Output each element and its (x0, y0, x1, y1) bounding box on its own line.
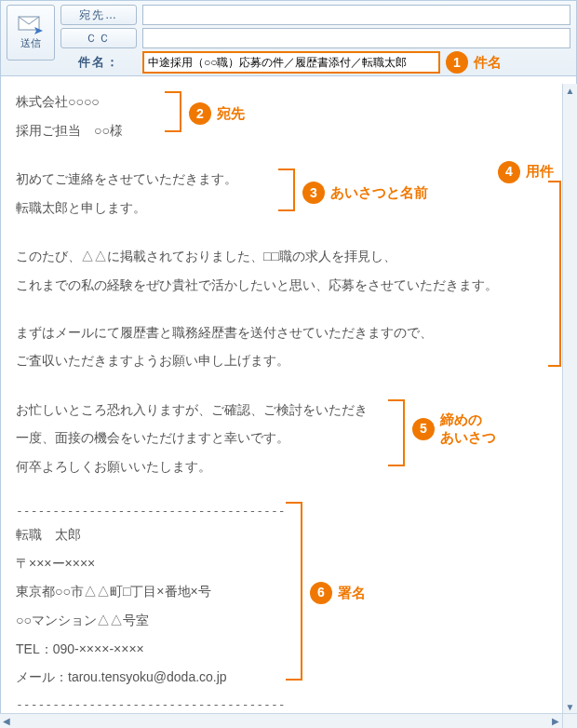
cc-button[interactable]: ＣＣ (60, 28, 137, 48)
purpose-line-1: このたび、△△に掲載されておりました、□□職の求人を拝見し、 (16, 244, 559, 269)
purpose-line-2: これまでの私の経験をぜひ貴社で活かしたいと思い、応募をさせていただきます。 (16, 273, 559, 298)
subject-input[interactable] (142, 51, 440, 74)
greeting-line-1: 初めてご連絡をさせていただきます。 (16, 167, 559, 192)
signature-name: 転職 太郎 (16, 522, 559, 547)
horizontal-scrollbar[interactable]: ◀ ▶ (0, 713, 562, 728)
recipient-line-2: 採用ご担当 ○○様 (16, 118, 559, 143)
annotation-badge-1: 1 (446, 51, 468, 74)
signature-divider-top: ------------------------------------- (16, 500, 559, 523)
scroll-down-icon[interactable]: ▼ (564, 700, 577, 713)
closing-line-1: お忙しいところ恐れ入りますが、ご確認、ご検討をいただき (16, 398, 559, 423)
to-button[interactable]: 宛先… (60, 5, 137, 25)
purpose-line-3: まずはメールにて履歴書と職務経歴書を送付させていただきますので、 (16, 320, 559, 345)
recipient-line-1: 株式会社○○○○ (16, 89, 559, 115)
to-input[interactable] (142, 5, 570, 25)
closing-line-2: 一度、面接の機会をいただけますと幸いです。 (16, 425, 559, 451)
vertical-scrollbar[interactable]: ▲ ▼ (562, 84, 577, 713)
signature-postal: 〒×××ー×××× (16, 551, 559, 576)
greeting-line-2: 転職太郎と申します。 (16, 195, 559, 221)
signature-mail: メール：tarou.tensyoku@doda.co.jp (16, 665, 559, 690)
scroll-right-icon[interactable]: ▶ (549, 715, 562, 728)
subject-label: 件名： (60, 54, 137, 71)
compose-header: 送信 宛先… ＣＣ 件名： 1 件名 (1, 1, 576, 76)
envelope-send-icon (18, 16, 44, 34)
scroll-left-icon[interactable]: ◀ (0, 715, 13, 728)
body-area: 株式会社○○○○ 採用ご担当 ○○様 2 宛先 初めてご連絡をさせていただきます… (1, 76, 576, 727)
signature-tel: TEL：090-××××-×××× (16, 637, 559, 662)
scroll-up-icon[interactable]: ▲ (564, 84, 577, 97)
scroll-corner (562, 713, 577, 728)
send-button[interactable]: 送信 (7, 5, 55, 61)
signature-addr2: ○○マンション△△号室 (16, 608, 559, 633)
signature-addr1: 東京都○○市△△町□丁目×番地×号 (16, 579, 559, 604)
annotation-label-1: 件名 (474, 54, 502, 72)
purpose-line-4: ご査収いただきますようお願い申し上げます。 (16, 348, 559, 373)
send-label: 送信 (20, 36, 41, 50)
message-body[interactable]: 株式会社○○○○ 採用ご担当 ○○様 2 宛先 初めてご連絡をさせていただきます… (1, 76, 576, 727)
closing-line-3: 何卒よろしくお願いいたします。 (16, 454, 559, 479)
email-compose-window: 送信 宛先… ＣＣ 件名： 1 件名 (0, 0, 577, 728)
cc-input[interactable] (142, 28, 570, 48)
